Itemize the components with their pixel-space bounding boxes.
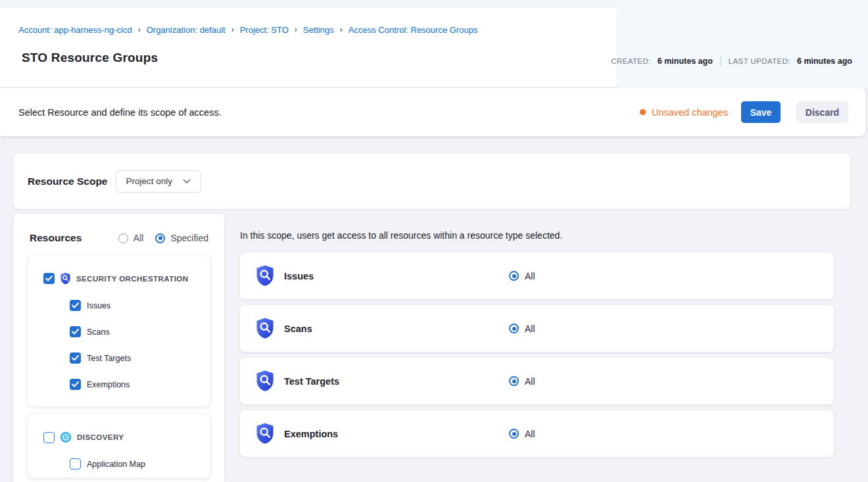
resource-scope-card: Resource Scope Project only	[13, 153, 850, 209]
resource-scope-dropdown[interactable]: Project only	[116, 170, 201, 193]
breadcrumb: Account: app-harness-ng-cicd › Organizat…	[18, 25, 477, 35]
resource-row-exemptions: Exemptions All	[240, 410, 834, 457]
shield-search-icon	[255, 422, 275, 445]
group-label-discovery: DISCOVERY	[77, 433, 124, 441]
resources-heading: Resources	[30, 232, 82, 244]
radio-all-label: All	[133, 233, 144, 243]
breadcrumb-project[interactable]: Project: STO	[240, 25, 289, 35]
created-updated-meta: CREATED: 6 minutes ago | LAST UPDATED: 6…	[611, 55, 852, 66]
page-header: Account: app-harness-ng-cicd › Organizat…	[0, 0, 868, 87]
check-icon	[72, 302, 79, 308]
check-icon	[45, 276, 53, 281]
item-label-test-targets: Test Targets	[87, 354, 131, 363]
breadcrumb-resource-groups[interactable]: Access Control: Resource Groups	[349, 25, 478, 35]
checkbox-exemptions[interactable]	[70, 379, 81, 390]
row-access-exemptions[interactable]: All	[509, 429, 535, 439]
row-access-issues[interactable]: All	[509, 271, 535, 281]
resource-item-application-map[interactable]: Application Map	[70, 458, 210, 470]
check-icon	[72, 329, 79, 335]
breadcrumb-account[interactable]: Account: app-harness-ng-cicd	[18, 25, 132, 35]
last-updated-label: LAST UPDATED:	[729, 57, 790, 65]
row-access-test-targets[interactable]: All	[509, 376, 535, 387]
resource-row-test-targets: Test Targets All	[240, 358, 834, 404]
radar-icon	[60, 431, 72, 443]
radio-specified-label: Specified	[170, 233, 208, 243]
resource-item-exemptions[interactable]: Exemptions	[70, 379, 210, 390]
meta-divider: |	[719, 55, 722, 66]
breadcrumb-organization[interactable]: Organization: default	[147, 25, 226, 35]
resources-header: Resources All Specified	[13, 214, 224, 244]
checkbox-security-orchestration[interactable]	[43, 273, 55, 284]
row-access-label: All	[525, 271, 535, 281]
item-label-application-map: Application Map	[87, 460, 145, 469]
row-label-issues: Issues	[284, 271, 314, 281]
shield-search-icon	[255, 369, 275, 393]
created-label: CREATED:	[611, 57, 651, 65]
scope-description: In this scope, users get access to all r…	[240, 230, 562, 241]
resource-row-issues: Issues All	[240, 253, 834, 299]
check-icon	[72, 381, 79, 387]
group-label-security-orchestration: SECURITY ORCHESTRATION	[76, 275, 189, 283]
item-label-issues: Issues	[87, 301, 110, 310]
discard-button[interactable]: Discard	[796, 101, 848, 123]
chevron-down-icon	[183, 179, 191, 184]
checkbox-issues[interactable]	[70, 300, 81, 311]
unsaved-changes-dot-icon	[640, 109, 646, 115]
page-title: STO Resource Groups	[22, 51, 158, 65]
group-header-security-orchestration[interactable]: SECURITY ORCHESTRATION	[28, 255, 210, 285]
item-label-scans: Scans	[87, 327, 110, 337]
header-meta-panel	[617, 0, 868, 87]
row-access-label: All	[525, 324, 535, 334]
resources-mode-radio-group: All Specified	[118, 233, 208, 243]
resource-item-test-targets[interactable]: Test Targets	[70, 352, 210, 364]
action-toolbar: Select Resource and define its scope of …	[0, 88, 865, 136]
radio-option-all[interactable]: All	[118, 233, 144, 243]
row-access-label: All	[525, 376, 535, 387]
radio-all-selected-icon[interactable]	[509, 429, 519, 439]
breadcrumb-separator-icon: ›	[138, 25, 141, 34]
radio-all-icon[interactable]	[118, 233, 128, 243]
breadcrumb-separator-icon: ›	[295, 25, 297, 34]
resource-item-scans[interactable]: Scans	[70, 326, 210, 337]
row-access-label: All	[525, 429, 535, 439]
radio-all-selected-icon[interactable]	[509, 271, 519, 281]
breadcrumb-settings[interactable]: Settings	[303, 25, 334, 35]
last-updated-value: 6 minutes ago	[797, 57, 852, 66]
group-header-discovery[interactable]: DISCOVERY	[28, 414, 210, 443]
row-label-exemptions: Exemptions	[284, 429, 338, 439]
save-button[interactable]: Save	[741, 101, 781, 123]
shield-search-icon	[60, 272, 71, 285]
radio-all-selected-icon[interactable]	[509, 376, 519, 386]
resource-scope-label: Resource Scope	[28, 176, 107, 187]
resource-item-issues[interactable]: Issues	[70, 300, 210, 311]
breadcrumb-separator-icon: ›	[340, 25, 343, 34]
resource-group-discovery: DISCOVERY Application Map	[28, 414, 210, 478]
shield-search-icon	[255, 264, 275, 287]
created-value: 6 minutes ago	[658, 57, 713, 66]
checkbox-scans[interactable]	[70, 326, 81, 337]
radio-specified-icon[interactable]	[155, 233, 165, 243]
toolbar-description: Select Resource and define its scope of …	[18, 107, 222, 118]
row-access-scans[interactable]: All	[509, 324, 535, 334]
breadcrumb-separator-icon: ›	[231, 25, 234, 34]
radio-option-specified[interactable]: Specified	[155, 233, 208, 243]
resource-scope-selected-value: Project only	[126, 176, 172, 186]
radio-all-selected-icon[interactable]	[509, 324, 519, 333]
checkbox-discovery[interactable]	[43, 432, 55, 443]
check-icon	[72, 355, 79, 361]
row-label-test-targets: Test Targets	[284, 376, 339, 387]
checkbox-test-targets[interactable]	[70, 352, 81, 364]
resource-row-scans: Scans All	[240, 305, 834, 352]
toolbar-actions: Unsaved changes Save Discard	[640, 101, 848, 123]
row-label-scans: Scans	[284, 324, 312, 334]
resources-panel: Resources All Specified	[13, 214, 224, 482]
shield-search-icon	[255, 316, 275, 340]
unsaved-changes-label: Unsaved changes	[652, 107, 728, 118]
item-label-exemptions: Exemptions	[87, 380, 130, 389]
resource-group-security-orchestration: SECURITY ORCHESTRATION Issues Scans	[28, 255, 210, 406]
checkbox-application-map[interactable]	[70, 458, 81, 470]
